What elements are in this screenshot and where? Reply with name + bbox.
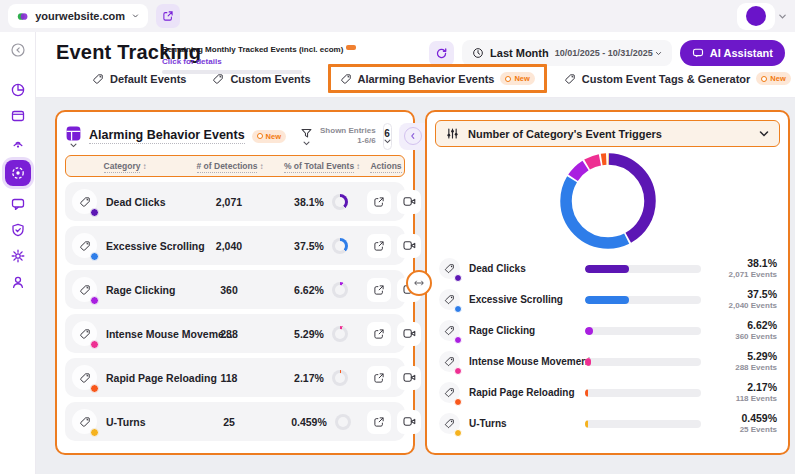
tab-default-events[interactable]: Default Events [92, 73, 186, 85]
video-camera-icon [403, 240, 416, 251]
category-tag-icon [72, 277, 97, 302]
legend-row: Rage Clicking 6.62% 360 Events [435, 315, 780, 346]
category-color-dot [454, 274, 462, 282]
percent-of-total: 2.17% [294, 372, 324, 384]
open-events-button[interactable] [367, 366, 391, 390]
shield-check-icon [10, 222, 26, 238]
ai-assistant-button[interactable]: AI Assistant [680, 40, 785, 66]
tab-alarming-behavior-events[interactable]: Alarming Behavior Events New [328, 64, 547, 93]
website-name: yourwebsite.com [35, 10, 125, 22]
events-count: 25 Events [709, 425, 777, 435]
column-category[interactable]: Category↕ [66, 161, 184, 171]
watch-recordings-button[interactable] [397, 322, 421, 346]
percent-ring [332, 282, 348, 298]
watch-recordings-button[interactable] [397, 410, 421, 434]
open-events-button[interactable] [367, 278, 391, 302]
tag-icon [564, 73, 576, 85]
tab-label: Default Events [110, 73, 186, 85]
arrow-left-icon [409, 132, 417, 140]
date-range-picker[interactable]: Last Month 10/01/2025 - 10/31/2025 [462, 40, 672, 66]
chevron-down-icon[interactable] [778, 12, 787, 21]
new-badge-icon [505, 76, 511, 82]
percent-value: 0.459% [709, 412, 777, 425]
table-row: Dead Clicks 2,071 38.1% [65, 182, 405, 221]
events-count: 2,071 Events [709, 270, 777, 280]
column-detections[interactable]: # of Detections↕ [184, 161, 276, 171]
percent-bar [585, 420, 701, 428]
sidebar-item-interactions[interactable] [6, 130, 30, 154]
percent-ring [332, 326, 348, 342]
chevron-down-icon [132, 12, 139, 20]
percent-value: 5.29% [709, 350, 777, 363]
sidebar-item-dashboard[interactable] [6, 78, 30, 102]
donut-chart [557, 150, 659, 252]
category-color-dot [90, 384, 99, 393]
category-tag-icon [72, 189, 97, 214]
percent-bar [585, 327, 701, 335]
table-view-button[interactable] [65, 125, 82, 148]
clock-icon [472, 47, 484, 59]
detections-count: 2,071 [183, 196, 275, 208]
open-events-button[interactable] [367, 322, 391, 346]
open-events-button[interactable] [367, 410, 391, 434]
percent-ring [332, 370, 348, 386]
sidebar-item-account[interactable] [6, 270, 30, 294]
events-count: 118 Events [709, 394, 777, 404]
sidebar-item-feedback[interactable] [6, 192, 30, 216]
chart-metric-select[interactable]: Number of Category's Event Triggers [435, 120, 780, 147]
refresh-icon [435, 47, 448, 60]
watch-recordings-button[interactable] [397, 234, 421, 258]
open-events-button[interactable] [367, 190, 391, 214]
external-link-icon [373, 240, 385, 252]
panel-resize-handle[interactable] [406, 270, 432, 296]
percent-of-total: 0.459% [291, 416, 327, 428]
category-color-dot [454, 367, 462, 375]
website-selector[interactable]: yourwebsite.com [8, 4, 148, 28]
category-name: Rapid Page Reloading [469, 387, 575, 398]
legend-row: Intense Mouse Movements 5.29% 288 Events [435, 346, 780, 377]
sidebar-item-privacy[interactable] [6, 218, 30, 242]
refresh-button[interactable] [429, 41, 454, 66]
video-camera-icon [403, 328, 416, 339]
tab-label: Custom Event Tags & Generator [582, 73, 751, 85]
filter-button[interactable] [300, 127, 313, 146]
filter-funnel-icon [300, 127, 313, 140]
legend-row: Rapid Page Reloading 2.17% 118 Events [435, 377, 780, 408]
open-events-button[interactable] [367, 234, 391, 258]
percent-ring [332, 194, 348, 210]
tab-custom-events[interactable]: Custom Events [212, 73, 310, 85]
sidebar-item-event-tracking[interactable] [5, 160, 31, 186]
open-website-button[interactable] [156, 4, 180, 28]
column-total-events[interactable]: % of Total Events↕ [276, 161, 368, 171]
external-link-icon [373, 284, 385, 296]
percent-value: 37.5% [709, 288, 777, 301]
chart-card: Number of Category's Event Triggers Dead… [425, 110, 790, 455]
percent-bar [585, 265, 701, 273]
user-avatar[interactable] [737, 3, 775, 30]
category-color-dot [90, 296, 99, 305]
chat-icon [10, 196, 26, 212]
sidebar-item-website[interactable] [6, 104, 30, 128]
percent-value: 6.62% [709, 319, 777, 332]
chevron-down-icon [655, 50, 662, 57]
sidebar-collapse-button[interactable] [6, 38, 30, 62]
percent-of-total: 38.1% [294, 196, 324, 208]
watch-recordings-button[interactable] [397, 190, 421, 214]
tag-icon [340, 73, 352, 85]
prev-page-button[interactable] [404, 127, 422, 145]
page-size-select[interactable]: 6 [383, 123, 392, 150]
legend-row: Excessive Scrolling 37.5% 2,040 Events [435, 284, 780, 315]
tag-icon [212, 73, 224, 85]
events-count: 360 Events [709, 332, 777, 342]
percent-ring [335, 414, 351, 430]
events-count: 288 Events [709, 363, 777, 373]
watch-recordings-button[interactable] [397, 366, 421, 390]
category-name: U-Turns [106, 416, 145, 428]
new-badge-icon [761, 76, 767, 82]
detections-count: 118 [183, 372, 275, 384]
sidebar-item-settings[interactable] [6, 244, 30, 268]
detections-count: 288 [183, 328, 275, 340]
shown-entries: Shown Entries 1-6/6 [320, 126, 376, 147]
tab-custom-event-tags-generator[interactable]: Custom Event Tags & Generator New [564, 72, 791, 85]
video-camera-icon [403, 196, 416, 207]
